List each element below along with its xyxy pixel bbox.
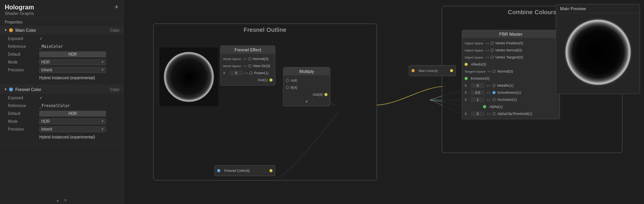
occlusion-input[interactable] (471, 97, 485, 102)
vp-label: Vertex Position(3) (495, 41, 523, 45)
fresnel-color-mode-select[interactable]: HDR ▼ (39, 118, 106, 124)
hybrid-value-2: Hybrid Instanced (experimental) (39, 135, 95, 139)
exposed-label-2: Exposed (8, 96, 39, 100)
port-emission (465, 77, 468, 80)
pbr-row-emission: Emission(3) (462, 75, 560, 82)
expand-icon[interactable]: ▼ (284, 98, 330, 104)
reference-value-1: _MainColor (39, 44, 63, 49)
fresnel-color-out-port (269, 169, 273, 172)
fresnel-color-node[interactable]: Fresnel Color(4) (214, 165, 275, 176)
fresnel-color-header[interactable]: ▼ Fresnel Color Color (0, 85, 123, 94)
reference-label-1: Reference (8, 44, 39, 49)
multiply-node[interactable]: Multiply A(4) B(4) Out(4) ▼ (283, 67, 330, 106)
multiply-out-row: Out(4) (284, 91, 330, 98)
default-label-1: Default (8, 52, 39, 56)
occlusion-label: Occlusion(1) (497, 98, 517, 102)
main-preview-panel: Main Preview (556, 4, 640, 94)
fresnel-color-dot (9, 87, 13, 91)
object-space-vp: Object Space (465, 42, 483, 45)
port-alpha (483, 105, 486, 108)
add-button[interactable]: + (114, 3, 119, 11)
main-color-precision-row: Precision Inherit ▼ (0, 66, 123, 74)
metallic-input[interactable] (471, 83, 485, 88)
port-a (286, 79, 289, 82)
scroll-down-icon[interactable]: ▼ (64, 198, 68, 202)
main-graph-area[interactable]: Fresnel Outline (124, 0, 644, 204)
properties-scroll-area[interactable]: ▼ Main Color Color Exposed ✓ Reference _… (0, 26, 123, 197)
pbr-master-node[interactable]: PBR Master Object Space Vertex Position(… (462, 30, 560, 119)
multiply-port-b: B(4) (284, 84, 330, 91)
sphere-svg (161, 49, 216, 104)
pbr-row-vn: Object Space Vertex Normal(3) (462, 47, 560, 54)
multiply-body: A(4) B(4) Out(4) ▼ (284, 75, 330, 106)
world-space-1: World Space (223, 57, 241, 61)
port-normal (248, 57, 251, 60)
sphere-preview (159, 47, 218, 106)
pbr-row-vp: Object Space Vertex Position(3) (462, 40, 560, 47)
main-color-hdr-bar[interactable]: HDR (39, 51, 106, 57)
metallic-label: Metallic(1) (497, 84, 514, 87)
preview-sphere-svg (563, 17, 633, 87)
main-color-name: Main Color (15, 28, 110, 33)
precision-label-1: Precision (8, 68, 39, 72)
x-smoothness: X (465, 91, 469, 95)
fresnel-color-name: Fresnel Color (15, 87, 110, 92)
main-color-node[interactable]: Main Color(4) (409, 65, 456, 76)
main-color-type: Color (110, 28, 119, 33)
precision-label-2: Precision (8, 127, 39, 131)
main-color-dot (9, 28, 13, 32)
port-albedo (465, 63, 468, 66)
port-row-out1: Out(1) (221, 76, 275, 84)
pbr-normal-label: Normal(3) (497, 69, 513, 73)
port-row-normal: World Space Normal(3) (221, 55, 275, 62)
object-space-vt: Object Space (465, 56, 483, 59)
main-color-body: Main Color(4) (409, 66, 456, 76)
port-vp (490, 42, 494, 45)
smoothness-label: Smoothness(1) (497, 91, 521, 95)
main-color-indicator (412, 69, 415, 72)
port-out4 (324, 93, 327, 96)
fresnel-outline-group: Fresnel Outline (153, 24, 377, 180)
multiply-port-a: A(4) (284, 77, 330, 84)
multiply-title: Multiply (284, 67, 330, 75)
port-viewdir (248, 64, 251, 67)
main-color-mode-select[interactable]: HDR ▼ (39, 59, 106, 65)
normal-label: Normal(3) (253, 57, 269, 61)
main-color-precision-select[interactable]: Inherit ▼ (39, 67, 106, 73)
reference-value-2: _FresnelColor (39, 104, 70, 108)
power-label: Power(1) (254, 71, 269, 75)
power-input[interactable] (229, 71, 243, 75)
tangent-space-normal: Tangent Space (465, 70, 485, 73)
fresnel-color-chevron: ▼ (4, 87, 7, 91)
port-metallic (492, 84, 496, 87)
precision-arrow-1: ▼ (101, 68, 104, 72)
fresnel-color-hdr-bar[interactable]: HDR (39, 111, 106, 117)
pbr-row-alphaclip: X AlphaClipThreshold(1) (462, 110, 560, 117)
exposed-check-1: ✓ (39, 36, 43, 41)
default-label-2: Default (8, 111, 39, 116)
fresnel-color-exposed-row: Exposed ✓ (0, 94, 123, 102)
main-color-out-port (450, 69, 453, 72)
alphaclip-input[interactable] (471, 111, 485, 116)
port-out1 (269, 78, 273, 82)
alphaclip-label: AlphaClipThreshold(1) (497, 112, 532, 116)
fresnel-color-port-row: Fresnel Color(4) (215, 167, 275, 174)
smoothness-input[interactable] (471, 90, 485, 95)
main-color-header[interactable]: ▼ Main Color Color (0, 26, 123, 35)
pbr-row-vt: Object Space Vertex Tangent(3) (462, 54, 560, 61)
fresnel-color-type: Color (110, 87, 119, 92)
mode-arrow-2: ▼ (101, 120, 104, 123)
fresnel-effect-node[interactable]: Fresnel Effect World Space Normal(3) Wor… (220, 46, 275, 86)
main-color-port-row: Main Color(4) (409, 67, 456, 74)
main-color-hybrid-row: Hybrid Instanced (experimental) (0, 74, 123, 82)
scroll-arrows: ▲ ▼ (0, 197, 123, 204)
fresnel-outline-title: Fresnel Outline (154, 24, 377, 35)
main-color-chevron: ▼ (4, 28, 7, 32)
port-alphaclip (492, 112, 496, 115)
mode-label-1: Mode (8, 60, 39, 64)
mode-label-2: Mode (8, 119, 39, 124)
properties-label: Properties (0, 18, 123, 26)
scroll-up-icon[interactable]: ▲ (56, 198, 60, 202)
b-label: B(4) (291, 86, 297, 89)
fresnel-color-precision-select[interactable]: Inherit ▼ (39, 126, 106, 132)
